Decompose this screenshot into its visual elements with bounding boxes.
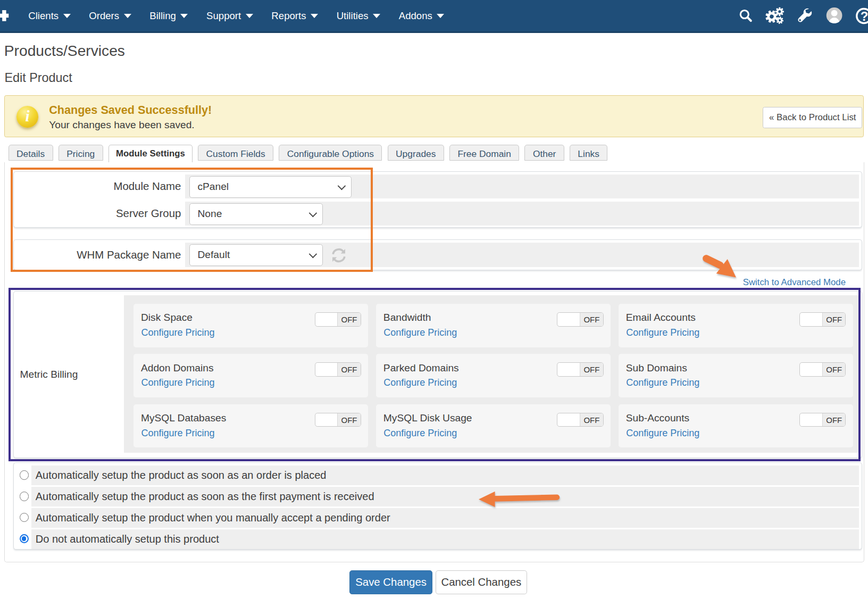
svg-text:?: ? — [860, 9, 868, 23]
